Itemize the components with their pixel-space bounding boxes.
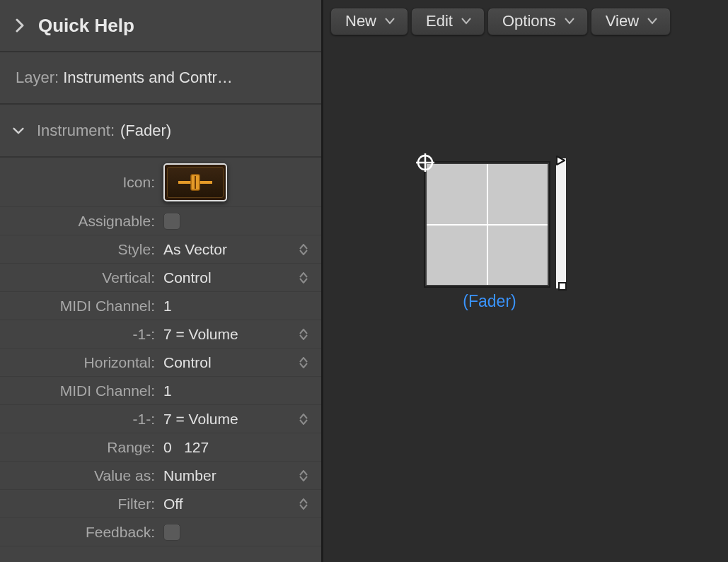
environment-toolbar: New Edit Options View bbox=[323, 0, 728, 42]
prop-icon-row: Icon: bbox=[0, 158, 321, 207]
assignable-checkbox[interactable] bbox=[163, 213, 180, 230]
prop-icon-value[interactable] bbox=[159, 158, 321, 206]
prop-value-as-label: Value as: bbox=[0, 467, 159, 484]
prop-cc-v-label: -1-: bbox=[0, 326, 159, 343]
prop-midi-channel-h-row[interactable]: MIDI Channel: 1 bbox=[0, 377, 321, 405]
instrument-label: Instrument: bbox=[37, 122, 115, 140]
fader-object-label: (Fader) bbox=[425, 292, 554, 311]
instrument-icon-well[interactable] bbox=[163, 163, 227, 201]
stepper-icon bbox=[299, 327, 308, 342]
range-text: 0 127 bbox=[163, 439, 209, 456]
prop-midi-channel-h-value[interactable]: 1 bbox=[159, 377, 321, 404]
new-button-label: New bbox=[345, 12, 376, 30]
instrument-value: (Fader) bbox=[120, 122, 171, 140]
midi-channel-h-text: 1 bbox=[163, 382, 172, 399]
prop-range-value[interactable]: 0 127 bbox=[159, 433, 321, 461]
main-area: New Edit Options View bbox=[323, 0, 728, 562]
prop-cc-h-row[interactable]: -1-: 7 = Volume bbox=[0, 405, 321, 433]
fader-object[interactable]: (Fader) bbox=[425, 163, 554, 311]
fader-icon bbox=[175, 172, 215, 193]
prop-vertical-row[interactable]: Vertical: Control bbox=[0, 264, 321, 292]
prop-horizontal-label: Horizontal: bbox=[0, 354, 159, 371]
prop-style-row[interactable]: Style: As Vector bbox=[0, 235, 321, 264]
resize-handle-icon[interactable] bbox=[557, 281, 567, 291]
caret-down-icon bbox=[385, 18, 395, 25]
prop-horizontal-value[interactable]: Control bbox=[159, 349, 321, 376]
prop-assignable-value bbox=[159, 207, 321, 235]
cc-v-text: 7 = Volume bbox=[163, 326, 238, 343]
layer-row[interactable]: Layer: Instruments and Contr… bbox=[0, 52, 321, 105]
quick-help-title: Quick Help bbox=[38, 15, 134, 37]
prop-range-label: Range: bbox=[0, 439, 159, 456]
new-menu-button[interactable]: New bbox=[330, 8, 408, 35]
chevron-right-icon bbox=[14, 20, 25, 31]
prop-value-as-value[interactable]: Number bbox=[159, 462, 321, 489]
stepper-icon bbox=[299, 355, 308, 370]
midi-channel-v-text: 1 bbox=[163, 298, 172, 315]
fader-slider-track[interactable] bbox=[555, 158, 567, 289]
prop-cc-h-label: -1-: bbox=[0, 411, 159, 428]
stepper-icon bbox=[299, 270, 308, 286]
vertical-value-text: Control bbox=[163, 269, 212, 286]
prop-range-row[interactable]: Range: 0 127 bbox=[0, 433, 321, 462]
caret-down-icon bbox=[647, 18, 657, 25]
prop-filter-label: Filter: bbox=[0, 496, 159, 513]
svg-rect-6 bbox=[559, 283, 566, 290]
prop-style-value[interactable]: As Vector bbox=[159, 235, 321, 263]
view-button-label: View bbox=[606, 12, 639, 30]
options-button-label: Options bbox=[502, 12, 556, 30]
options-menu-button[interactable]: Options bbox=[487, 8, 588, 35]
edit-button-label: Edit bbox=[426, 12, 453, 30]
layer-label: Layer: bbox=[16, 69, 59, 87]
prop-midi-channel-v-label: MIDI Channel: bbox=[0, 298, 159, 315]
instrument-header[interactable]: Instrument: (Fader) bbox=[0, 105, 321, 158]
prop-horizontal-row[interactable]: Horizontal: Control bbox=[0, 349, 321, 377]
cable-out-icon[interactable] bbox=[556, 156, 567, 165]
cc-h-text: 7 = Volume bbox=[163, 411, 238, 428]
prop-cc-v-value[interactable]: 7 = Volume bbox=[159, 320, 321, 348]
prop-cc-h-value[interactable]: 7 = Volume bbox=[159, 405, 321, 433]
value-as-text: Number bbox=[163, 467, 216, 484]
prop-midi-channel-h-label: MIDI Channel: bbox=[0, 382, 159, 399]
prop-value-as-row[interactable]: Value as: Number bbox=[0, 462, 321, 490]
prop-feedback-row: Feedback: bbox=[0, 518, 321, 546]
style-value-text: As Vector bbox=[163, 241, 227, 258]
prop-style-label: Style: bbox=[0, 241, 159, 258]
horizontal-value-text: Control bbox=[163, 354, 212, 371]
caret-down-icon bbox=[565, 18, 574, 25]
prop-assignable-label: Assignable: bbox=[0, 213, 159, 230]
chevron-down-icon bbox=[13, 125, 24, 136]
vector-fader-pad[interactable] bbox=[425, 163, 549, 286]
stepper-icon bbox=[299, 242, 308, 257]
stepper-icon bbox=[299, 411, 308, 427]
prop-vertical-value[interactable]: Control bbox=[159, 264, 321, 291]
prop-midi-channel-v-value[interactable]: 1 bbox=[159, 292, 321, 320]
edit-menu-button[interactable]: Edit bbox=[411, 8, 485, 35]
prop-vertical-label: Vertical: bbox=[0, 269, 159, 286]
feedback-checkbox[interactable] bbox=[163, 524, 180, 541]
prop-feedback-label: Feedback: bbox=[0, 524, 159, 541]
object-anchor-handle[interactable] bbox=[416, 153, 434, 172]
layer-value: Instruments and Contr… bbox=[63, 69, 233, 87]
stepper-icon bbox=[299, 468, 308, 484]
prop-filter-row[interactable]: Filter: Off bbox=[0, 490, 321, 518]
prop-cc-v-row[interactable]: -1-: 7 = Volume bbox=[0, 320, 321, 349]
environment-canvas[interactable]: (Fader) bbox=[323, 42, 728, 562]
stepper-icon bbox=[299, 496, 308, 512]
caret-down-icon bbox=[461, 18, 471, 25]
view-menu-button[interactable]: View bbox=[591, 8, 671, 35]
prop-filter-value[interactable]: Off bbox=[159, 490, 321, 517]
inspector-sidebar: Quick Help Layer: Instruments and Contr…… bbox=[0, 0, 323, 562]
prop-assignable-row: Assignable: bbox=[0, 207, 321, 235]
prop-icon-label: Icon: bbox=[0, 174, 159, 191]
instrument-properties: Icon: Assignable: bbox=[0, 158, 321, 562]
prop-midi-channel-v-row[interactable]: MIDI Channel: 1 bbox=[0, 292, 321, 320]
filter-text: Off bbox=[163, 496, 183, 513]
prop-feedback-value bbox=[159, 518, 321, 546]
quick-help-header[interactable]: Quick Help bbox=[0, 0, 321, 52]
